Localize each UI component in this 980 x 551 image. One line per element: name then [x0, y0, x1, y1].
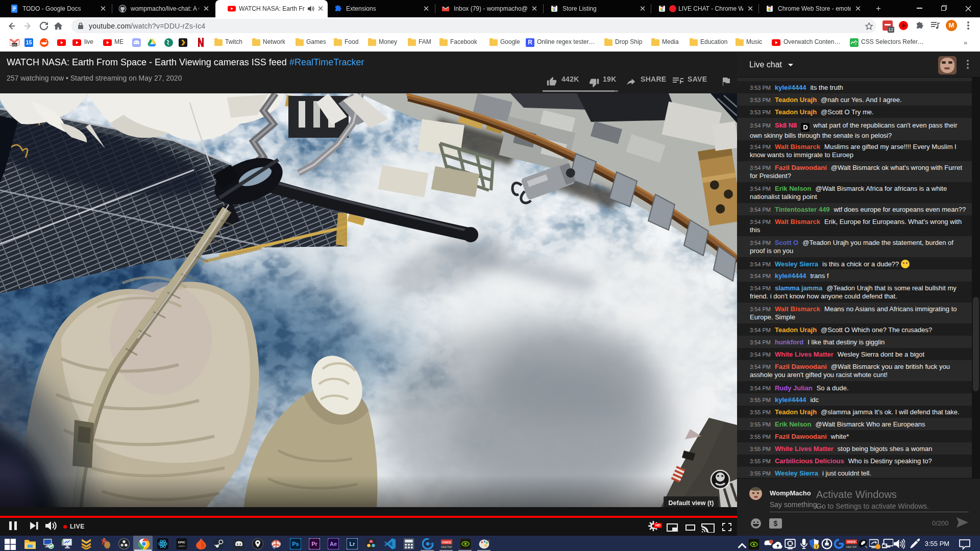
svg-text:Ae: Ae — [330, 541, 337, 547]
svg-text:Ps: Ps — [292, 541, 299, 547]
svg-text:GAMES: GAMES — [178, 545, 185, 547]
svg-text:MEETER: MEETER — [846, 546, 857, 548]
svg-text:3: 3 — [855, 42, 856, 45]
svg-text:!: ! — [816, 544, 817, 549]
svg-text:100+: 100+ — [11, 43, 17, 46]
svg-text:EPIC: EPIC — [178, 541, 186, 544]
svg-text:VOICE: VOICE — [847, 540, 855, 543]
svg-text:MEETER: MEETER — [441, 545, 452, 548]
svg-text:Lr: Lr — [350, 541, 356, 547]
svg-text:Pr: Pr — [311, 541, 317, 547]
svg-text:VOICE: VOICE — [442, 541, 451, 544]
